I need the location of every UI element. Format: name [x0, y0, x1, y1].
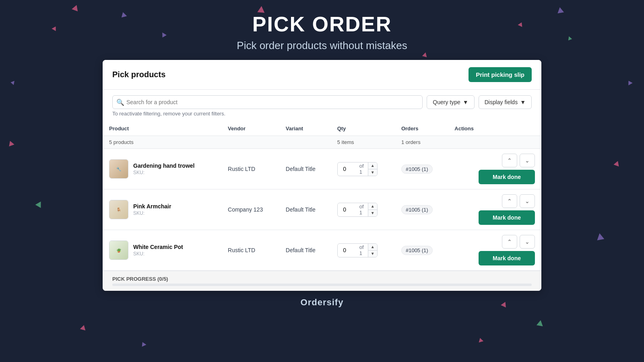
summary-actions-empty — [448, 136, 541, 149]
vendor-cell: Company 123 — [221, 189, 279, 230]
vendor-cell: Rustic LTD — [221, 149, 279, 189]
card-title: Pick products — [112, 70, 165, 79]
action-col: ⌃ ⌄ Mark done — [454, 194, 535, 225]
qty-input[interactable] — [338, 204, 358, 215]
qty-up-button[interactable]: ▲ — [368, 162, 377, 169]
qty-stepper: of 1 ▲ ▼ — [337, 203, 378, 217]
display-fields-chevron-icon: ▼ — [520, 99, 526, 105]
product-cell: 🪑 Pink Armchair SKU: — [103, 189, 221, 230]
qty-down-button[interactable]: ▼ — [368, 169, 377, 176]
action-col: ⌃ ⌄ Mark done — [454, 235, 535, 265]
product-sku: SKU: — [133, 170, 194, 175]
qty-input[interactable] — [338, 163, 358, 175]
mark-done-button[interactable]: Mark done — [479, 170, 535, 184]
product-image: 🪑 — [109, 200, 128, 219]
mark-done-button[interactable]: Mark done — [479, 210, 535, 225]
orders-badge: #1005 (1) — [401, 165, 433, 174]
search-input[interactable] — [112, 95, 423, 109]
variant-name: Default Title — [286, 166, 316, 172]
chevron-row: ⌃ ⌄ — [502, 194, 535, 208]
col-qty: Qty — [331, 121, 395, 136]
chevron-down-button[interactable]: ⌄ — [520, 154, 535, 167]
vendor-cell: Rustic LTD — [221, 230, 279, 271]
qty-arrows: ▲ ▼ — [368, 244, 377, 257]
progress-bar-outer — [112, 284, 532, 286]
products-table-wrap: Product Vendor Variant Qty Orders Action… — [103, 121, 541, 271]
orders-cell: #1005 (1) — [395, 230, 448, 271]
pick-progress-section: PICK PROGRESS (0/5) — [103, 271, 541, 291]
table-header: Product Vendor Variant Qty Orders Action… — [103, 121, 541, 136]
main-card: Pick products Print picking slip 🔍 Query… — [103, 60, 541, 291]
qty-of-label: of 1 — [358, 244, 368, 256]
display-fields-button[interactable]: Display fields ▼ — [479, 95, 532, 109]
qty-cell: of 1 ▲ ▼ — [331, 189, 395, 230]
table-body: 5 products 5 items 1 orders 🔧 Gardening … — [103, 136, 541, 271]
product-info: 🪴 White Ceramic Pot SKU: — [109, 241, 215, 260]
chevron-down-button[interactable]: ⌄ — [520, 194, 535, 208]
qty-up-button[interactable]: ▲ — [368, 203, 377, 210]
search-bar-section: 🔍 Query type ▼ Display fields ▼ To react… — [103, 90, 541, 121]
action-col: ⌃ ⌄ Mark done — [454, 154, 535, 184]
qty-input[interactable] — [338, 245, 358, 256]
product-name: White Ceramic Pot — [133, 244, 183, 250]
variant-name: Default Title — [286, 247, 316, 253]
variant-cell: Default Title — [279, 149, 331, 189]
qty-arrows: ▲ ▼ — [368, 203, 377, 216]
variant-cell: Default Title — [279, 230, 331, 271]
summary-qty-items: 5 items — [331, 136, 395, 149]
footer: Ordersify — [0, 291, 644, 314]
product-name: Gardening hand trowel — [133, 162, 194, 169]
orders-badge: #1005 (1) — [401, 246, 433, 255]
display-fields-label: Display fields — [485, 99, 518, 105]
col-vendor: Vendor — [221, 121, 279, 136]
qty-up-button[interactable]: ▲ — [368, 244, 377, 251]
product-image: 🔧 — [109, 159, 128, 179]
qty-arrows: ▲ ▼ — [368, 162, 377, 176]
query-type-chevron-icon: ▼ — [463, 99, 469, 105]
vendor-name: Company 123 — [228, 206, 263, 213]
filter-hint: To reactivate filtering, remove your cur… — [112, 109, 532, 117]
chevron-row: ⌃ ⌄ — [502, 235, 535, 249]
product-cell: 🔧 Gardening hand trowel SKU: — [103, 149, 221, 189]
product-sku: SKU: — [133, 251, 183, 257]
qty-of-label: of 1 — [358, 163, 368, 175]
chevron-up-button[interactable]: ⌃ — [502, 235, 517, 249]
product-cell: 🪴 White Ceramic Pot SKU: — [103, 230, 221, 271]
query-type-button[interactable]: Query type ▼ — [427, 95, 474, 109]
print-picking-slip-button[interactable]: Print picking slip — [469, 67, 532, 82]
col-orders: Orders — [395, 121, 448, 136]
summary-variant-empty — [279, 136, 331, 149]
query-type-label: Query type — [433, 99, 460, 105]
chevron-up-button[interactable]: ⌃ — [502, 194, 517, 208]
chevron-row: ⌃ ⌄ — [502, 154, 535, 167]
product-name: Pink Armchair — [133, 203, 171, 210]
page-title: PICK ORDER — [0, 12, 644, 36]
footer-brand: Ordersify — [301, 297, 344, 307]
summary-products-count: 5 products — [103, 136, 221, 149]
qty-stepper: of 1 ▲ ▼ — [337, 243, 378, 257]
chevron-up-button[interactable]: ⌃ — [502, 154, 517, 167]
qty-stepper: of 1 ▲ ▼ — [337, 162, 378, 176]
summary-row: 5 products 5 items 1 orders — [103, 136, 541, 149]
summary-vendor-empty — [221, 136, 279, 149]
vendor-name: Rustic LTD — [228, 247, 255, 253]
table-row: 🪑 Pink Armchair SKU: Company 123 Default… — [103, 189, 541, 230]
variant-cell: Default Title — [279, 189, 331, 230]
orders-cell: #1005 (1) — [395, 149, 448, 189]
qty-of-label: of 1 — [358, 204, 368, 216]
qty-cell: of 1 ▲ ▼ — [331, 230, 395, 271]
orders-badge: #1005 (1) — [401, 205, 433, 214]
mark-done-button[interactable]: Mark done — [479, 251, 535, 265]
chevron-down-button[interactable]: ⌄ — [520, 235, 535, 249]
card-header: Pick products Print picking slip — [103, 60, 541, 90]
product-image: 🪴 — [109, 241, 128, 260]
col-product: Product — [103, 121, 221, 136]
vendor-name: Rustic LTD — [228, 166, 255, 172]
search-input-wrap: 🔍 — [112, 95, 423, 109]
page-subtitle: Pick order products without mistakes — [0, 39, 644, 52]
variant-name: Default Title — [286, 206, 316, 213]
qty-down-button[interactable]: ▼ — [368, 251, 377, 257]
col-actions: Actions — [448, 121, 541, 136]
qty-down-button[interactable]: ▼ — [368, 210, 377, 216]
search-icon: 🔍 — [116, 99, 124, 106]
